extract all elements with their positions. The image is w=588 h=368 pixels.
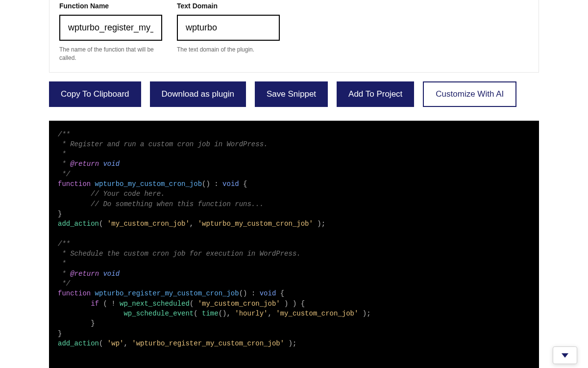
code-output: /** * Register and run a custom cron job… xyxy=(49,121,539,368)
function-name-label: Function Name xyxy=(59,2,162,10)
action-buttons: Copy To Clipboard Download as plugin Sav… xyxy=(49,81,539,107)
download-as-plugin-button[interactable]: Download as plugin xyxy=(150,81,246,107)
copy-to-clipboard-button[interactable]: Copy To Clipboard xyxy=(49,81,141,107)
function-name-helper: The name of the function that will be ca… xyxy=(59,46,162,62)
save-snippet-button[interactable]: Save Snippet xyxy=(255,81,328,107)
text-domain-input[interactable] xyxy=(177,15,280,41)
text-domain-label: Text Domain xyxy=(177,2,280,10)
add-to-project-button[interactable]: Add To Project xyxy=(337,81,414,107)
customize-with-ai-button[interactable]: Customize With AI xyxy=(423,81,516,107)
caret-down-icon xyxy=(562,353,568,358)
form-card: Function Name The name of the function t… xyxy=(49,0,539,73)
function-name-input[interactable] xyxy=(59,15,162,41)
text-domain-helper: The text domain of the plugin. xyxy=(177,46,280,54)
floating-dropdown-button[interactable] xyxy=(553,346,577,364)
function-name-group: Function Name The name of the function t… xyxy=(59,2,162,62)
text-domain-group: Text Domain The text domain of the plugi… xyxy=(177,2,280,62)
